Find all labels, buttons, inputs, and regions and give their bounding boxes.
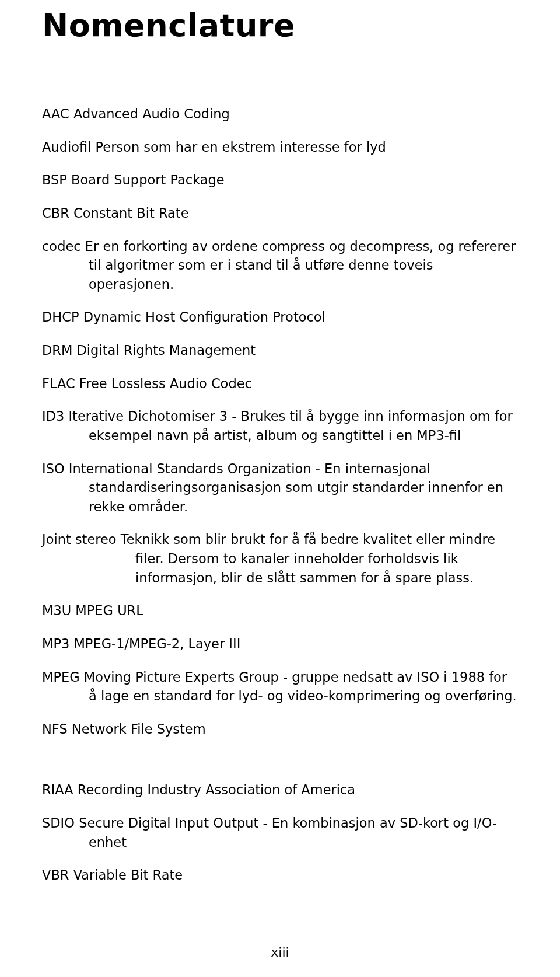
term: CBR: [42, 205, 69, 221]
definition: Moving Picture Experts Group - gruppe ne…: [84, 669, 517, 704]
entry-line: DHCP Dynamic Host Configuration Protocol: [42, 308, 518, 327]
entry: FLAC Free Lossless Audio Codec: [42, 374, 518, 393]
term: DHCP: [42, 309, 79, 324]
definition: International Standards Organization - E…: [69, 461, 503, 514]
term: DRM: [42, 343, 72, 358]
term: Audiofil: [42, 139, 91, 155]
definition: Variable Bit Rate: [74, 867, 183, 882]
term: AAC: [42, 106, 69, 121]
entry-line: MP3 MPEG-1/MPEG-2, Layer III: [42, 634, 518, 654]
nomenclature-list: AAC Advanced Audio CodingAudiofil Person…: [42, 104, 518, 885]
definition: Constant Bit Rate: [74, 205, 189, 221]
entry-line: FLAC Free Lossless Audio Codec: [42, 374, 518, 393]
definition: Recording Industry Association of Americ…: [78, 782, 355, 797]
page-number: xiii: [0, 945, 560, 959]
entry: BSP Board Support Package: [42, 170, 518, 190]
definition: Advanced Audio Coding: [74, 106, 230, 121]
definition: Board Support Package: [71, 172, 225, 187]
term: SDIO: [42, 815, 75, 831]
term: ID3: [42, 409, 64, 424]
definition: Teknikk som blir brukt for å få bedre kv…: [121, 532, 495, 585]
entry-line: ID3 Iterative Dichotomiser 3 - Brukes ti…: [42, 407, 518, 445]
definition: Er en forkorting av ordene compress og d…: [85, 239, 516, 292]
entry: Joint stereo Teknikk som blir brukt for …: [42, 530, 518, 587]
entry: RIAA Recording Industry Association of A…: [42, 780, 518, 800]
entry-line: codec Er en forkorting av ordene compres…: [42, 237, 518, 294]
term: codec: [42, 239, 81, 254]
entry: CBR Constant Bit Rate: [42, 204, 518, 223]
entry-line: VBR Variable Bit Rate: [42, 866, 518, 885]
entry-line: M3U MPEG URL: [42, 601, 518, 620]
entry: DHCP Dynamic Host Configuration Protocol: [42, 308, 518, 327]
entry: ID3 Iterative Dichotomiser 3 - Brukes ti…: [42, 407, 518, 445]
entry: AAC Advanced Audio Coding: [42, 104, 518, 124]
definition: Dynamic Host Configuration Protocol: [83, 309, 326, 324]
entry: M3U MPEG URL: [42, 601, 518, 620]
entry-line: SDIO Secure Digital Input Output - En ko…: [42, 814, 518, 852]
entry-line: NFS Network File System: [42, 720, 518, 739]
term: MPEG: [42, 669, 80, 685]
term: RIAA: [42, 782, 74, 797]
definition: Iterative Dichotomiser 3 - Brukes til å …: [68, 409, 512, 443]
term: VBR: [42, 867, 69, 882]
term: BSP: [42, 172, 67, 187]
entry: MPEG Moving Picture Experts Group - grup…: [42, 668, 518, 706]
term: FLAC: [42, 376, 75, 391]
definition: Free Lossless Audio Codec: [79, 376, 252, 391]
entry: SDIO Secure Digital Input Output - En ko…: [42, 814, 518, 852]
entry: Audiofil Person som har en ekstrem inter…: [42, 138, 518, 157]
definition: Network File System: [72, 721, 206, 737]
page-title: Nomenclature: [42, 7, 518, 44]
entry-line: BSP Board Support Package: [42, 170, 518, 190]
entry: NFS Network File System: [42, 720, 518, 739]
definition: MPEG URL: [75, 603, 143, 618]
entry: VBR Variable Bit Rate: [42, 866, 518, 885]
term: M3U: [42, 603, 71, 618]
entry-line: CBR Constant Bit Rate: [42, 204, 518, 223]
term: ISO: [42, 461, 65, 476]
entry-line: ISO International Standards Organization…: [42, 459, 518, 517]
entry: codec Er en forkorting av ordene compres…: [42, 237, 518, 294]
entry-line: DRM Digital Rights Management: [42, 341, 518, 360]
term: MP3: [42, 636, 69, 651]
term: NFS: [42, 721, 68, 737]
entry-line: Audiofil Person som har en ekstrem inter…: [42, 138, 518, 157]
entry: MP3 MPEG-1/MPEG-2, Layer III: [42, 634, 518, 654]
entry: DRM Digital Rights Management: [42, 341, 518, 360]
entry-line: Joint stereo Teknikk som blir brukt for …: [42, 530, 518, 587]
entry: ISO International Standards Organization…: [42, 459, 518, 517]
entry-line: RIAA Recording Industry Association of A…: [42, 780, 518, 800]
entry-line: MPEG Moving Picture Experts Group - grup…: [42, 668, 518, 706]
definition: MPEG-1/MPEG-2, Layer III: [74, 636, 240, 651]
definition: Secure Digital Input Output - En kombina…: [79, 815, 497, 850]
term: Joint stereo: [42, 532, 117, 547]
entry-line: AAC Advanced Audio Coding: [42, 104, 518, 124]
definition: Digital Rights Management: [77, 343, 256, 358]
definition: Person som har en ekstrem interesse for …: [96, 139, 386, 155]
page: Nomenclature AAC Advanced Audio CodingAu…: [0, 0, 560, 977]
